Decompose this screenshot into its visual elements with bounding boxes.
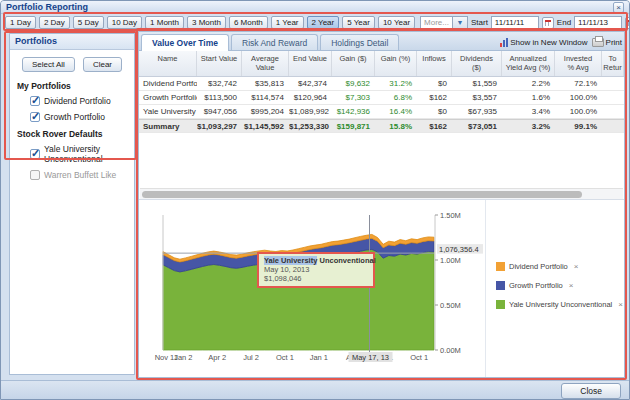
legend-remove-icon[interactable]: × bbox=[574, 262, 579, 271]
cell: $162 bbox=[417, 120, 452, 132]
svg-text:0.00M: 0.00M bbox=[440, 346, 461, 355]
cell: $1,253,330 bbox=[289, 120, 332, 132]
svg-text:Jan 1: Jan 1 bbox=[310, 353, 328, 362]
end-calendar-icon[interactable] bbox=[625, 17, 630, 29]
unchecked-checkbox[interactable] bbox=[30, 170, 40, 180]
close-button[interactable]: Close bbox=[561, 383, 621, 399]
checked-checkbox[interactable] bbox=[30, 149, 40, 159]
start-calendar-icon[interactable] bbox=[542, 17, 554, 29]
range-button-1-year[interactable]: 1 Year bbox=[271, 16, 304, 29]
range-button-1-month[interactable]: 1 Month bbox=[145, 16, 184, 29]
cell: 31.2% bbox=[375, 77, 417, 90]
legend-item-dividend-portfolio: Dividend Portfolio× bbox=[486, 262, 624, 271]
range-button-6-month[interactable]: 6 Month bbox=[229, 16, 268, 29]
legend-remove-icon[interactable]: × bbox=[569, 281, 574, 290]
printer-icon bbox=[592, 38, 604, 47]
portfolio-label: Yale University Unconventional bbox=[44, 144, 134, 164]
cell: 100.0% bbox=[555, 91, 602, 104]
range-button-3-month[interactable]: 3 Month bbox=[187, 16, 226, 29]
column-header-start-value[interactable]: Start Value bbox=[197, 51, 242, 76]
group-label-stock-rover-defaults: Stock Rover Defaults bbox=[10, 125, 134, 141]
column-header-dividends[interactable]: Dividends ($) bbox=[452, 51, 502, 76]
legend-swatch bbox=[496, 300, 505, 309]
column-header-end-value[interactable]: End Value bbox=[289, 51, 332, 76]
portfolios-panel-title: Portfolios bbox=[10, 34, 134, 50]
time-range-toolbar: 1 Day2 Day5 Day10 Day1 Month3 Month6 Mon… bbox=[5, 15, 627, 30]
column-header-annualized[interactable]: Annualized Yield Avg (%) bbox=[502, 51, 555, 76]
cell: $1,559 bbox=[452, 77, 502, 90]
cell: $3,557 bbox=[452, 91, 502, 104]
svg-text:0.50M: 0.50M bbox=[440, 301, 461, 310]
print-link[interactable]: Print bbox=[592, 38, 622, 47]
checked-checkbox[interactable] bbox=[30, 112, 40, 122]
portfolio-label: Warren Buffett Like bbox=[44, 170, 116, 180]
end-date-input[interactable]: 11/11/13 bbox=[574, 16, 622, 29]
scrollbar-thumb[interactable] bbox=[142, 191, 582, 198]
legend-remove-icon[interactable]: × bbox=[618, 300, 623, 309]
cell: Yale University ... bbox=[139, 105, 197, 118]
column-header-inflows[interactable]: Inflows bbox=[417, 51, 452, 76]
cell: $9,632 bbox=[332, 77, 375, 90]
cell: 3.4% bbox=[502, 105, 555, 118]
svg-text:Oct 1: Oct 1 bbox=[276, 353, 294, 362]
cell: $7,303 bbox=[332, 91, 375, 104]
cell: 100.0% bbox=[555, 105, 602, 118]
tab-value-over-time[interactable]: Value Over Time bbox=[141, 34, 229, 51]
cell: 15.8% bbox=[375, 120, 417, 132]
show-in-new-window-link[interactable]: Show in New Window bbox=[500, 38, 587, 47]
range-button-1-day[interactable]: 1 Day bbox=[5, 16, 36, 29]
cell: $73,051 bbox=[452, 120, 502, 132]
cell: $120,964 bbox=[289, 91, 332, 104]
range-button-2-year[interactable]: 2 Year bbox=[307, 16, 340, 29]
tab-actions: Show in New Window Print bbox=[500, 38, 622, 50]
range-button-2-day[interactable]: 2 Day bbox=[39, 16, 70, 29]
cell: $142,936 bbox=[332, 105, 375, 118]
range-button-5-day[interactable]: 5 Day bbox=[73, 16, 104, 29]
table-row-yale-university[interactable]: Yale University ...$947,056$995,204$1,08… bbox=[139, 105, 624, 119]
column-header-average[interactable]: Average Value bbox=[242, 51, 289, 76]
svg-text:Jul 2: Jul 2 bbox=[243, 353, 259, 362]
tab-holdings-detail[interactable]: Holdings Detail bbox=[320, 34, 399, 50]
legend-item-yale-university-unconventional: Yale University Unconventional× bbox=[486, 300, 624, 309]
range-button-5-year[interactable]: 5 Year bbox=[342, 16, 375, 29]
sidebar-item-warren-buffett-like[interactable]: Warren Buffett Like bbox=[10, 167, 134, 183]
range-button-10-year[interactable]: 10 Year bbox=[378, 16, 415, 29]
clear-button[interactable]: Clear bbox=[83, 57, 122, 72]
checked-checkbox[interactable] bbox=[30, 96, 40, 106]
column-header-name[interactable]: Name bbox=[139, 51, 197, 76]
range-button-10-day[interactable]: 10 Day bbox=[107, 16, 142, 29]
table-row-summary[interactable]: Summary$1,093,297$1,145,592$1,253,330$15… bbox=[139, 119, 624, 133]
window-close-icon[interactable]: × bbox=[613, 2, 624, 13]
table-row-dividend-portfolio[interactable]: Dividend Portfolio$32,742$35,813$42,374$… bbox=[139, 77, 624, 91]
dialog-footer: Close bbox=[1, 380, 630, 400]
date-range-controls: Start 11/11/11 End 11/11/13 bbox=[471, 16, 630, 29]
column-header-gain[interactable]: Gain (%) bbox=[375, 51, 417, 76]
cell: 16.4% bbox=[375, 105, 417, 118]
table-row-growth-portfolio[interactable]: Growth Portfolio$113,500$114,574$120,964… bbox=[139, 91, 624, 105]
portfolios-panel: Portfolios Select All Clear My Portfolio… bbox=[9, 33, 135, 375]
cell: 1.6% bbox=[502, 91, 555, 104]
sidebar-item-dividend-portfolio[interactable]: Dividend Portfolio bbox=[10, 93, 134, 109]
report-tabbar: Value Over TimeRisk And RewardHoldings D… bbox=[139, 32, 624, 51]
cell: $159,871 bbox=[332, 120, 375, 132]
start-date-input[interactable]: 11/11/11 bbox=[491, 16, 539, 29]
column-header-to[interactable]: To Retur bbox=[602, 51, 624, 76]
svg-text:Jan 2: Jan 2 bbox=[174, 353, 192, 362]
cell: 2.2% bbox=[502, 77, 555, 90]
legend-label: Dividend Portfolio bbox=[509, 262, 568, 271]
portfolios-buttons: Select All Clear bbox=[10, 50, 134, 77]
chevron-down-icon[interactable]: ▼ bbox=[452, 17, 467, 28]
portfolio-reporting-window: Portfolio Reporting × 1 Day2 Day5 Day10 … bbox=[0, 0, 630, 400]
column-header-gain[interactable]: Gain ($) bbox=[332, 51, 375, 76]
sidebar-item-growth-portfolio[interactable]: Growth Portfolio bbox=[10, 109, 134, 125]
more-ranges-select[interactable]: More... ▼ bbox=[420, 16, 468, 29]
legend-label: Yale University Unconventional bbox=[509, 300, 612, 309]
more-ranges-placeholder: More... bbox=[421, 17, 452, 28]
tab-risk-and-reward[interactable]: Risk And Reward bbox=[231, 34, 318, 50]
svg-text:May 17, 13: May 17, 13 bbox=[352, 353, 389, 362]
horizontal-scrollbar[interactable] bbox=[140, 188, 623, 199]
select-all-button[interactable]: Select All bbox=[22, 57, 75, 72]
sidebar-item-yale-university-unconventional[interactable]: Yale University Unconventional bbox=[10, 141, 134, 167]
value-over-time-chart-section: 0.00M0.50M1.00M1.50M1,076,356.4Nov 11Jan… bbox=[139, 199, 624, 377]
column-header-invested[interactable]: Invested % Avg bbox=[555, 51, 602, 76]
